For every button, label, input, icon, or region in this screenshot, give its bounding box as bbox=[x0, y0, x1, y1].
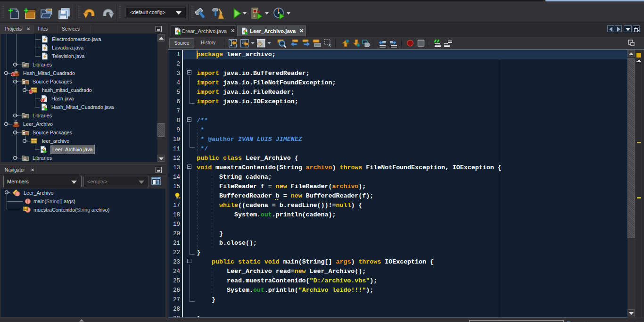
svg-text:3: 3 bbox=[253, 14, 256, 18]
